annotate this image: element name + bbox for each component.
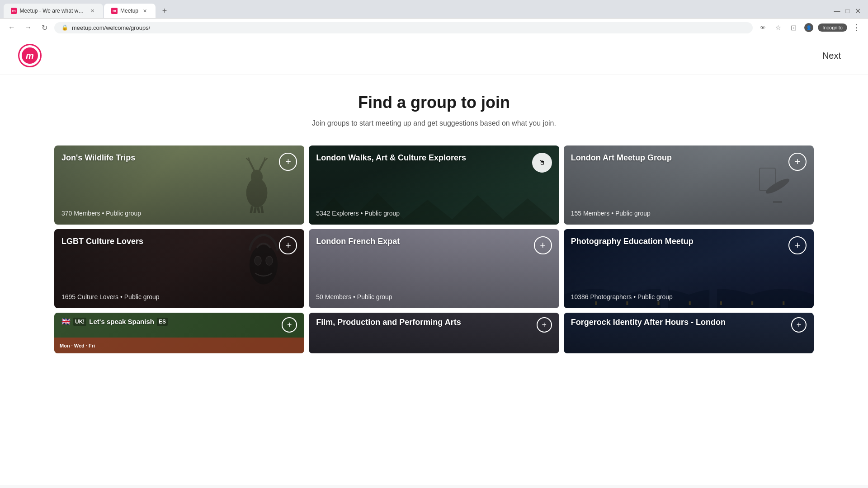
tab-close-1[interactable]: ✕ xyxy=(89,7,96,14)
join-button-french[interactable]: + xyxy=(534,236,552,254)
card-top-film: Film, Production and Performing Arts + xyxy=(316,317,552,333)
group-card-spanish[interactable]: Mon · Wed · Fri 🇬🇧 UK! Let's speak Spani… xyxy=(54,313,304,353)
tab-label-1: Meetup - We are what we do xyxy=(19,8,86,14)
incognito-badge: Incognito xyxy=(818,23,847,32)
eye-off-icon[interactable]: 👁 xyxy=(756,21,769,34)
join-button-photo[interactable]: + xyxy=(788,236,807,254)
card-title-lgbt: LGBT Culture Lovers xyxy=(61,236,143,247)
card-title-french: London French Expat xyxy=(316,236,400,247)
card-title-forgerock: Forgerock Identity After Hours - London xyxy=(571,317,726,328)
close-button[interactable]: ✕ xyxy=(855,7,861,15)
join-button-lgbt[interactable]: + xyxy=(279,236,297,254)
new-tab-button[interactable]: + xyxy=(158,5,171,17)
card-title-film: Film, Production and Performing Arts xyxy=(316,317,461,328)
maximize-button[interactable]: □ xyxy=(846,7,849,14)
card-content-spanish: 🇬🇧 UK! Let's speak Spanish ES + xyxy=(54,313,304,353)
refresh-button[interactable]: ↻ xyxy=(38,21,51,34)
lock-icon: 🔒 xyxy=(61,24,68,31)
group-card-film[interactable]: Film, Production and Performing Arts + xyxy=(309,313,559,353)
card-bottom-walks: 5342 Explorers • Public group xyxy=(316,209,552,217)
cursor-indicator: 🖱 xyxy=(532,153,552,173)
group-card-art[interactable]: London Art Meetup Group + 155 Members • … xyxy=(564,145,814,225)
browser-window: m Meetup - We are what we do ✕ m Meetup … xyxy=(0,0,868,37)
card-content-film: Film, Production and Performing Arts + xyxy=(309,313,559,353)
card-top-photo: Photography Education Meetup + xyxy=(571,236,807,254)
meetup-logo[interactable]: m xyxy=(18,44,42,67)
sidebar-icon[interactable]: ⊡ xyxy=(787,21,800,34)
card-bottom-photo: 10386 Photographers • Public group xyxy=(571,293,807,301)
card-content-lgbt: LGBT Culture Lovers + 1695 Culture Lover… xyxy=(54,229,304,308)
tab-favicon-2: m xyxy=(111,8,118,14)
bookmark-icon[interactable]: ☆ xyxy=(772,21,784,34)
join-button-wildlife[interactable]: + xyxy=(279,153,297,171)
card-bottom-art: 155 Members • Public group xyxy=(571,209,807,217)
card-bottom-wildlife: 370 Members • Public group xyxy=(61,209,297,217)
toolbar-right: 👁 ☆ ⊡ 👤 Incognito ⋮ xyxy=(756,21,863,34)
join-button-forgerock[interactable]: + xyxy=(791,317,807,333)
favicon-letter-1: m xyxy=(12,9,16,13)
card-bottom-french: 50 Members • Public group xyxy=(316,293,552,301)
card-top-forgerock: Forgerock Identity After Hours - London … xyxy=(571,317,807,333)
card-top-lgbt: LGBT Culture Lovers + xyxy=(61,236,297,254)
card-content-art: London Art Meetup Group + 155 Members • … xyxy=(564,145,814,225)
card-meta-lgbt: 1695 Culture Lovers • Public group xyxy=(61,293,160,300)
page-subtitle: Join groups to start meeting up and get … xyxy=(54,119,814,127)
site-header: m Next xyxy=(0,37,868,75)
group-card-wildlife[interactable]: Jon's Wildlife Trips + 370 Members • Pub… xyxy=(54,145,304,225)
window-controls: — □ ✕ xyxy=(834,7,864,15)
card-title-spanish: Let's speak Spanish xyxy=(89,317,154,326)
group-card-forgerock[interactable]: Forgerock Identity After Hours - London … xyxy=(564,313,814,353)
card-title-wildlife: Jon's Wildlife Trips xyxy=(61,153,135,163)
group-card-photo[interactable]: Photography Education Meetup + 10386 Pho… xyxy=(564,229,814,308)
card-meta-photo: 10386 Photographers • Public group xyxy=(571,293,673,300)
group-card-lgbt[interactable]: LGBT Culture Lovers + 1695 Culture Lover… xyxy=(54,229,304,308)
card-title-art: London Art Meetup Group xyxy=(571,153,672,163)
card-meta-art: 155 Members • Public group xyxy=(571,210,651,217)
tab-label-2: Meetup xyxy=(120,8,138,14)
minimize-button[interactable]: — xyxy=(834,7,840,14)
favicon-letter-2: m xyxy=(113,9,116,13)
back-button[interactable]: ← xyxy=(5,21,18,34)
page-title: Find a group to join xyxy=(54,93,814,112)
card-meta-french: 50 Members • Public group xyxy=(316,293,392,300)
card-top-wildlife: Jon's Wildlife Trips + xyxy=(61,153,297,171)
card-top-walks: London Walks, Art & Culture Explorers 🖱 xyxy=(316,153,552,173)
tab-close-2[interactable]: ✕ xyxy=(141,7,148,14)
join-button-film[interactable]: + xyxy=(537,317,552,333)
card-bottom-lgbt: 1695 Culture Lovers • Public group xyxy=(61,293,297,301)
card-title-walks: London Walks, Art & Culture Explorers xyxy=(316,153,466,163)
card-top-spanish: 🇬🇧 UK! Let's speak Spanish ES + xyxy=(61,317,297,333)
card-top-french: London French Expat + xyxy=(316,236,552,254)
browser-menu-button[interactable]: ⋮ xyxy=(850,21,863,34)
card-meta-wildlife: 370 Members • Public group xyxy=(61,210,141,217)
join-button-spanish[interactable]: + xyxy=(282,317,297,333)
card-content-walks: London Walks, Art & Culture Explorers 🖱 … xyxy=(309,145,559,225)
group-card-french[interactable]: London French Expat + 50 Members • Publi… xyxy=(309,229,559,308)
logo-letter: m xyxy=(26,51,34,61)
card-meta-walks: 5342 Explorers • Public group xyxy=(316,210,400,217)
logo-inner: m xyxy=(22,47,38,64)
card-content-photo: Photography Education Meetup + 10386 Pho… xyxy=(564,229,814,308)
group-card-walks[interactable]: London Walks, Art & Culture Explorers 🖱 … xyxy=(309,145,559,225)
card-content-forgerock: Forgerock Identity After Hours - London … xyxy=(564,313,814,353)
tab-favicon-1: m xyxy=(11,8,17,14)
card-top-art: London Art Meetup Group + xyxy=(571,153,807,171)
tab-meetup-active[interactable]: m Meetup ✕ xyxy=(104,4,156,18)
tab-meetup-home[interactable]: m Meetup - We are what we do ✕ xyxy=(4,4,103,18)
next-button[interactable]: Next xyxy=(813,47,850,65)
title-bar: m Meetup - We are what we do ✕ m Meetup … xyxy=(0,0,868,18)
card-title-photo: Photography Education Meetup xyxy=(571,236,693,247)
url-text: meetup.com/welcome/groups/ xyxy=(72,24,150,31)
page-content: m Next Find a group to join Join groups … xyxy=(0,37,868,485)
card-content-french: London French Expat + 50 Members • Publi… xyxy=(309,229,559,308)
join-button-art[interactable]: + xyxy=(788,153,807,171)
groups-grid: Jon's Wildlife Trips + 370 Members • Pub… xyxy=(54,145,814,353)
address-bar[interactable]: 🔒 meetup.com/welcome/groups/ xyxy=(54,22,753,33)
profile-icon[interactable]: 👤 xyxy=(802,21,815,34)
forward-button[interactable]: → xyxy=(22,21,34,34)
card-content-wildlife: Jon's Wildlife Trips + 370 Members • Pub… xyxy=(54,145,304,225)
address-bar-row: ← → ↻ 🔒 meetup.com/welcome/groups/ 👁 ☆ ⊡… xyxy=(0,18,868,37)
main-section: Find a group to join Join groups to star… xyxy=(0,75,868,371)
